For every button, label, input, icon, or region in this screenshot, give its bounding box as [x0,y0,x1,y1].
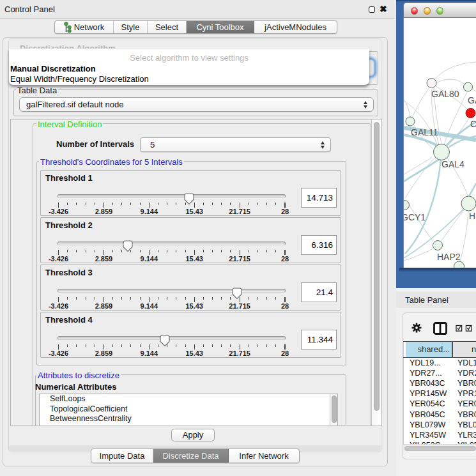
svg-text:GAL4: GAL4 [441,159,464,169]
svg-text:GAL80: GAL80 [431,89,459,99]
svg-text:HAP2: HAP2 [437,252,461,262]
svg-text:GAL: GAL [468,95,476,105]
svg-text:GCY1: GCY1 [404,212,426,222]
svg-text:C: C [470,119,476,129]
svg-text:H: H [469,211,475,221]
svg-text:GAL11: GAL11 [411,127,438,137]
